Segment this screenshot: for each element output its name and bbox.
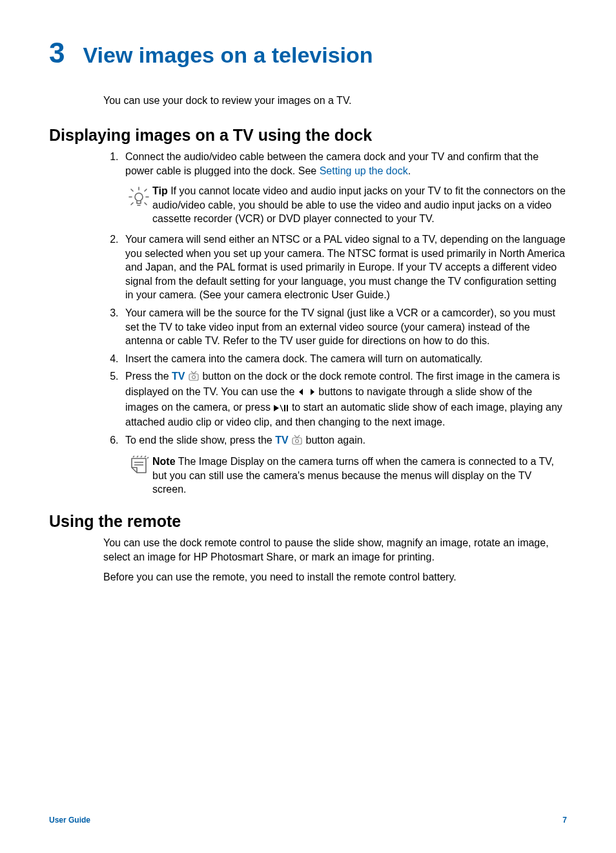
chapter-heading: 3 View images on a television: [49, 39, 567, 68]
tv-label-2: TV: [275, 435, 288, 446]
footer-left: User Guide: [49, 816, 90, 825]
step-6-a: To end the slide show, press the: [125, 435, 275, 446]
link-setting-up-dock[interactable]: Setting up the dock: [320, 165, 408, 176]
intro-text: You can use your dock to review your ima…: [103, 95, 567, 107]
step-5: Press the TV button on the dock or the d…: [121, 369, 567, 429]
step-3: Your camera will be the source for the T…: [121, 306, 567, 348]
svg-point-4: [296, 439, 299, 442]
tip-body: If you cannot locate video and audio inp…: [152, 185, 566, 224]
footer-page-number: 7: [562, 816, 567, 825]
lightbulb-icon: [125, 184, 152, 214]
page-footer: User Guide 7: [49, 816, 567, 825]
step-1: Connect the audio/video cable between th…: [121, 150, 567, 226]
steps-list: Connect the audio/video cable between th…: [103, 150, 567, 497]
tv-icon: [291, 435, 303, 449]
step-4: Insert the camera into the camera dock. …: [121, 352, 567, 366]
section-heading-display: Displaying images on a TV using the dock: [49, 126, 567, 145]
play-pause-icon: [273, 402, 289, 416]
step-6: To end the slide show, press the TV butt…: [121, 433, 567, 497]
svg-rect-1: [189, 374, 198, 380]
left-right-arrows-icon: [298, 386, 316, 400]
tip-label: Tip: [152, 185, 168, 196]
note-callout: Note The Image Display on the camera tur…: [125, 455, 567, 497]
remote-p1: You can use the dock remote control to p…: [103, 536, 567, 564]
note-icon: [125, 455, 152, 480]
step-6-b: button again.: [306, 435, 366, 446]
tip-callout: Tip If you cannot locate video and audio…: [125, 184, 567, 226]
tv-label: TV: [172, 371, 185, 382]
note-body: The Image Display on the camera turns of…: [152, 456, 554, 495]
chapter-title: View images on a television: [83, 43, 373, 68]
remote-p2: Before you can use the remote, you need …: [103, 570, 567, 584]
section-heading-remote: Using the remote: [49, 512, 567, 531]
step-5-a: Press the: [125, 371, 172, 382]
tv-icon: [188, 371, 200, 385]
svg-rect-3: [293, 438, 302, 444]
note-label: Note: [152, 456, 176, 467]
svg-point-0: [135, 193, 143, 201]
svg-point-2: [192, 376, 195, 379]
step-2: Your camera will send either an NTSC or …: [121, 232, 567, 302]
chapter-number: 3: [49, 39, 65, 67]
step-1-text-b: .: [408, 165, 411, 176]
